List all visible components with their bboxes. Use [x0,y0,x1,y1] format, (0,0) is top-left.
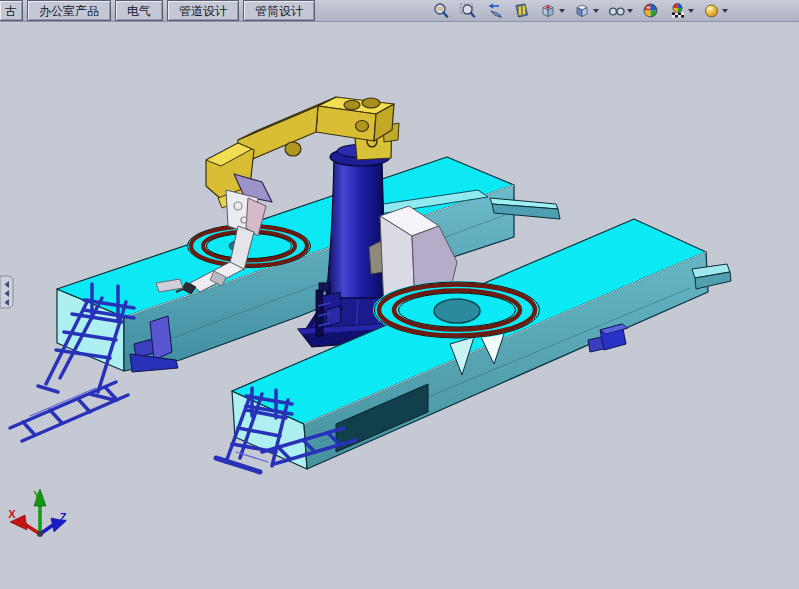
display-style-icon [574,2,592,20]
hide-show-items-dropdown[interactable] [627,9,633,13]
hide-show-items-button[interactable] [607,1,634,21]
zoom-to-fit-icon [432,2,450,20]
model-viewport[interactable]: Y X Z [0,0,799,589]
beam-right-ring[interactable] [373,281,541,339]
previous-view-button[interactable] [485,1,505,21]
zoom-to-area-button[interactable] [458,1,478,21]
edit-appearance-button[interactable] [641,1,661,21]
feature-panel-collapsed-tab[interactable] [0,276,13,308]
display-style-button[interactable] [573,1,600,21]
view-orientation-button[interactable] [539,1,566,21]
command-tab-electrical[interactable]: 电气 [115,0,163,21]
edit-appearance-icon [642,2,660,20]
command-manager-tabs: 古 办公室产品 电气 管道设计 管筒设计 [0,0,319,22]
section-view-button[interactable] [512,1,532,21]
view-settings-icon [703,2,721,20]
command-tab-partial[interactable]: 古 [0,0,23,21]
view-settings-dropdown[interactable] [722,9,728,13]
triad-x-label: X [8,508,16,520]
zoom-to-area-icon [459,2,477,20]
command-tab-tubing[interactable]: 管筒设计 [243,0,315,21]
triad-z-label: Z [60,511,67,523]
section-view-icon [513,2,531,20]
view-orientation-dropdown[interactable] [559,9,565,13]
apply-scene-icon [669,2,687,20]
command-tab-office-products[interactable]: 办公室产品 [27,0,111,21]
apply-scene-button[interactable] [668,1,695,21]
triad-y-label: Y [33,489,41,501]
previous-view-icon [486,2,504,20]
heads-up-view-toolbar [431,1,729,21]
solidworks-window: { "command_bar": { "partial_tab_label": … [0,0,799,589]
zoom-to-fit-button[interactable] [431,1,451,21]
command-tab-piping[interactable]: 管道设计 [167,0,239,21]
display-style-dropdown[interactable] [593,9,599,13]
view-orientation-icon [540,2,558,20]
view-settings-button[interactable] [702,1,729,21]
hide-show-items-icon [608,2,626,20]
command-bar: 古 办公室产品 电气 管道设计 管筒设计 [0,0,799,22]
apply-scene-dropdown[interactable] [688,9,694,13]
